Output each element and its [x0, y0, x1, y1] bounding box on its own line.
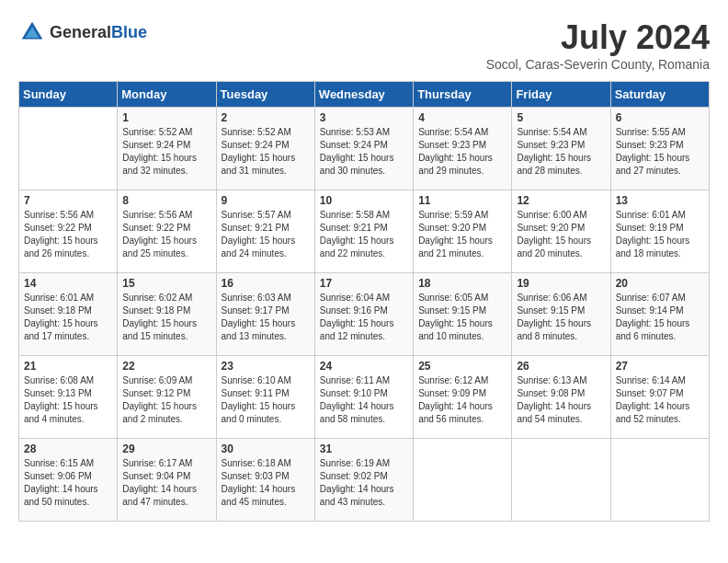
- day-info: Sunrise: 5:58 AM Sunset: 9:21 PM Dayligh…: [320, 209, 408, 260]
- logo: GeneralBlue: [18, 18, 147, 46]
- day-info: Sunrise: 6:08 AM Sunset: 9:13 PM Dayligh…: [24, 374, 112, 426]
- calendar-cell: 31Sunrise: 6:19 AM Sunset: 9:02 PM Dayli…: [314, 439, 413, 522]
- day-info: Sunrise: 5:53 AM Sunset: 9:24 PM Dayligh…: [320, 126, 408, 178]
- day-number: 10: [320, 194, 408, 207]
- title-area: July 2024 Socol, Caras-Severin County, R…: [486, 18, 710, 72]
- day-number: 14: [24, 277, 112, 290]
- day-info: Sunrise: 6:11 AM Sunset: 9:10 PM Dayligh…: [320, 374, 408, 426]
- logo-icon: [18, 18, 46, 46]
- day-number: 6: [616, 111, 704, 124]
- calendar-cell: 8Sunrise: 5:56 AM Sunset: 9:22 PM Daylig…: [118, 190, 216, 273]
- header-day-thursday: Thursday: [414, 82, 512, 108]
- day-number: 25: [418, 360, 506, 373]
- day-number: 23: [222, 360, 310, 373]
- day-info: Sunrise: 5:54 AM Sunset: 9:23 PM Dayligh…: [517, 126, 605, 178]
- calendar-cell: [414, 439, 512, 522]
- calendar-header: SundayMondayTuesdayWednesdayThursdayFrid…: [19, 82, 710, 108]
- day-number: 18: [418, 277, 506, 290]
- calendar-cell: 22Sunrise: 6:09 AM Sunset: 9:12 PM Dayli…: [118, 356, 216, 439]
- header-day-sunday: Sunday: [19, 82, 118, 108]
- day-info: Sunrise: 6:04 AM Sunset: 9:16 PM Dayligh…: [320, 292, 408, 343]
- day-info: Sunrise: 5:52 AM Sunset: 9:24 PM Dayligh…: [122, 126, 210, 178]
- day-number: 24: [320, 360, 408, 373]
- day-number: 29: [122, 442, 210, 455]
- day-number: 5: [517, 111, 605, 124]
- day-number: 30: [222, 442, 310, 455]
- calendar-cell: 21Sunrise: 6:08 AM Sunset: 9:13 PM Dayli…: [19, 356, 118, 439]
- header-day-wednesday: Wednesday: [314, 82, 413, 108]
- day-number: 8: [122, 194, 210, 207]
- day-number: 22: [122, 360, 210, 373]
- calendar-cell: 27Sunrise: 6:14 AM Sunset: 9:07 PM Dayli…: [610, 356, 709, 439]
- calendar-cell: 28Sunrise: 6:15 AM Sunset: 9:06 PM Dayli…: [19, 439, 118, 522]
- day-info: Sunrise: 6:00 AM Sunset: 9:20 PM Dayligh…: [517, 209, 605, 260]
- day-number: 27: [616, 360, 704, 373]
- day-info: Sunrise: 6:07 AM Sunset: 9:14 PM Dayligh…: [616, 292, 704, 343]
- calendar-cell: 25Sunrise: 6:12 AM Sunset: 9:09 PM Dayli…: [414, 356, 512, 439]
- calendar-table: SundayMondayTuesdayWednesdayThursdayFrid…: [18, 81, 710, 522]
- calendar-cell: 4Sunrise: 5:54 AM Sunset: 9:23 PM Daylig…: [414, 108, 512, 190]
- day-number: 1: [122, 111, 210, 124]
- day-info: Sunrise: 6:10 AM Sunset: 9:11 PM Dayligh…: [222, 374, 310, 426]
- logo-blue: Blue: [111, 23, 147, 41]
- day-number: 31: [320, 442, 408, 455]
- day-info: Sunrise: 5:54 AM Sunset: 9:23 PM Dayligh…: [418, 126, 506, 178]
- header-day-monday: Monday: [118, 82, 216, 108]
- calendar-cell: 2Sunrise: 5:52 AM Sunset: 9:24 PM Daylig…: [216, 108, 314, 190]
- calendar-cell: 19Sunrise: 6:06 AM Sunset: 9:15 PM Dayli…: [512, 273, 610, 356]
- day-info: Sunrise: 5:56 AM Sunset: 9:22 PM Dayligh…: [122, 209, 210, 260]
- week-row-2: 7Sunrise: 5:56 AM Sunset: 9:22 PM Daylig…: [19, 190, 710, 273]
- header-row: SundayMondayTuesdayWednesdayThursdayFrid…: [19, 82, 710, 108]
- page-header: GeneralBlue July 2024 Socol, Caras-Sever…: [18, 18, 710, 72]
- day-number: 9: [222, 194, 310, 207]
- day-info: Sunrise: 6:09 AM Sunset: 9:12 PM Dayligh…: [122, 374, 210, 426]
- day-info: Sunrise: 6:01 AM Sunset: 9:18 PM Dayligh…: [24, 292, 112, 343]
- calendar-cell: 17Sunrise: 6:04 AM Sunset: 9:16 PM Dayli…: [314, 273, 413, 356]
- calendar-cell: [610, 439, 709, 522]
- day-number: 2: [222, 111, 310, 124]
- logo-general: General: [50, 23, 111, 41]
- calendar-cell: 12Sunrise: 6:00 AM Sunset: 9:20 PM Dayli…: [512, 190, 610, 273]
- calendar-cell: 14Sunrise: 6:01 AM Sunset: 9:18 PM Dayli…: [19, 273, 118, 356]
- calendar-cell: 7Sunrise: 5:56 AM Sunset: 9:22 PM Daylig…: [19, 190, 118, 273]
- day-number: 4: [418, 111, 506, 124]
- day-info: Sunrise: 6:12 AM Sunset: 9:09 PM Dayligh…: [418, 374, 506, 426]
- day-info: Sunrise: 6:13 AM Sunset: 9:08 PM Dayligh…: [517, 374, 605, 426]
- calendar-cell: 10Sunrise: 5:58 AM Sunset: 9:21 PM Dayli…: [314, 190, 413, 273]
- calendar-cell: 3Sunrise: 5:53 AM Sunset: 9:24 PM Daylig…: [314, 108, 413, 190]
- calendar-cell: 26Sunrise: 6:13 AM Sunset: 9:08 PM Dayli…: [512, 356, 610, 439]
- day-number: 13: [616, 194, 704, 207]
- day-number: 19: [517, 277, 605, 290]
- day-number: 7: [24, 194, 112, 207]
- calendar-cell: 23Sunrise: 6:10 AM Sunset: 9:11 PM Dayli…: [216, 356, 314, 439]
- location-title: Socol, Caras-Severin County, Romania: [486, 57, 710, 72]
- week-row-1: 1Sunrise: 5:52 AM Sunset: 9:24 PM Daylig…: [19, 108, 710, 190]
- day-number: 15: [122, 277, 210, 290]
- day-number: 12: [517, 194, 605, 207]
- calendar-body: 1Sunrise: 5:52 AM Sunset: 9:24 PM Daylig…: [19, 108, 710, 522]
- day-info: Sunrise: 5:52 AM Sunset: 9:24 PM Dayligh…: [222, 126, 310, 178]
- calendar-cell: 30Sunrise: 6:18 AM Sunset: 9:03 PM Dayli…: [216, 439, 314, 522]
- calendar-cell: [512, 439, 610, 522]
- calendar-cell: [19, 108, 118, 190]
- day-number: 20: [616, 277, 704, 290]
- day-number: 28: [24, 442, 112, 455]
- day-info: Sunrise: 6:05 AM Sunset: 9:15 PM Dayligh…: [418, 292, 506, 343]
- day-info: Sunrise: 6:01 AM Sunset: 9:19 PM Dayligh…: [616, 209, 704, 260]
- day-info: Sunrise: 5:55 AM Sunset: 9:23 PM Dayligh…: [616, 126, 704, 178]
- day-info: Sunrise: 6:03 AM Sunset: 9:17 PM Dayligh…: [222, 292, 310, 343]
- day-info: Sunrise: 5:56 AM Sunset: 9:22 PM Dayligh…: [24, 209, 112, 260]
- day-number: 26: [517, 360, 605, 373]
- day-number: 3: [320, 111, 408, 124]
- calendar-cell: 6Sunrise: 5:55 AM Sunset: 9:23 PM Daylig…: [610, 108, 709, 190]
- calendar-cell: 1Sunrise: 5:52 AM Sunset: 9:24 PM Daylig…: [118, 108, 216, 190]
- day-number: 17: [320, 277, 408, 290]
- header-day-saturday: Saturday: [610, 82, 709, 108]
- day-info: Sunrise: 6:15 AM Sunset: 9:06 PM Dayligh…: [24, 457, 112, 509]
- week-row-4: 21Sunrise: 6:08 AM Sunset: 9:13 PM Dayli…: [19, 356, 710, 439]
- calendar-cell: 15Sunrise: 6:02 AM Sunset: 9:18 PM Dayli…: [118, 273, 216, 356]
- day-number: 11: [418, 194, 506, 207]
- calendar-cell: 5Sunrise: 5:54 AM Sunset: 9:23 PM Daylig…: [512, 108, 610, 190]
- calendar-cell: 20Sunrise: 6:07 AM Sunset: 9:14 PM Dayli…: [610, 273, 709, 356]
- day-info: Sunrise: 6:06 AM Sunset: 9:15 PM Dayligh…: [517, 292, 605, 343]
